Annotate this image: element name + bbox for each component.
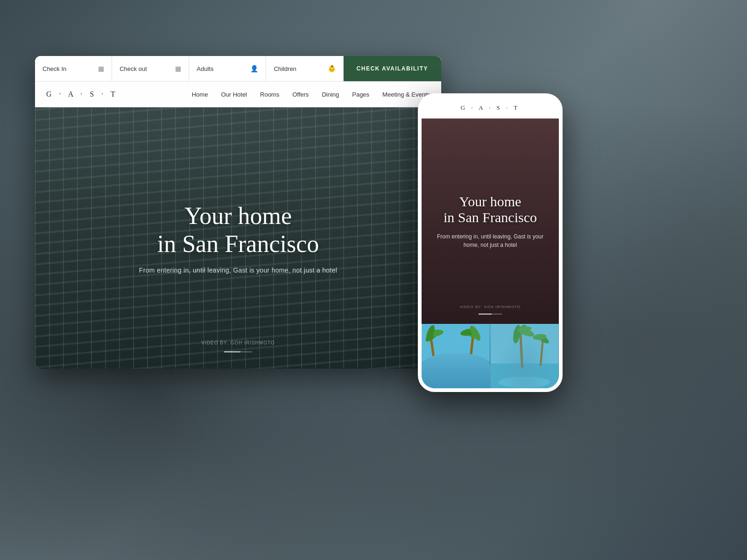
- children-icon: 👶: [328, 65, 336, 73]
- svg-point-15: [511, 324, 528, 342]
- mobile-thumbnails: [422, 324, 559, 392]
- svg-point-20: [536, 332, 550, 345]
- svg-point-17: [512, 324, 522, 344]
- nav-item-rooms[interactable]: Rooms: [260, 90, 279, 98]
- mobile-hero-content: Your home in San Francisco From entering…: [422, 194, 559, 249]
- desktop-hero: Your home in San Francisco From entering…: [35, 107, 441, 369]
- svg-rect-19: [540, 340, 544, 366]
- children-label: Children: [274, 65, 296, 72]
- check-in-field[interactable]: Check In ▦: [35, 56, 112, 81]
- desktop-browser-window: Check In ▦ Check out ▦ Adults 👤 Children…: [35, 56, 441, 369]
- pool-thumbnail-1: [422, 324, 490, 392]
- nav-links: Home Our Hotel Rooms Offers Dining Pages…: [192, 90, 430, 98]
- hero-content: Your home in San Francisco From entering…: [139, 202, 337, 274]
- svg-rect-12: [491, 364, 558, 392]
- svg-point-21: [533, 334, 547, 341]
- pool-svg-1: [422, 324, 490, 392]
- mobile-hero: Your home in San Francisco From entering…: [422, 119, 559, 324]
- nav-item-hotel[interactable]: Our Hotel: [221, 90, 247, 98]
- hero-progress-bar: [224, 351, 252, 352]
- mobile-hero-title: Your home in San Francisco: [431, 194, 550, 226]
- adults-icon: 👤: [250, 65, 258, 73]
- svg-rect-14: [519, 333, 523, 368]
- calendar-icon-2: ▦: [175, 65, 181, 73]
- svg-rect-11: [491, 324, 558, 392]
- hero-subtitle: From entering in, until leaving, Gast is…: [139, 266, 337, 274]
- calendar-icon: ▦: [98, 65, 104, 73]
- booking-bar: Check In ▦ Check out ▦ Adults 👤 Children…: [35, 56, 441, 82]
- mobile-navbar: G · A · S · T: [422, 97, 559, 119]
- pool-thumbnail-2: [490, 324, 559, 392]
- children-field[interactable]: Children 👶: [266, 56, 343, 81]
- mobile-thumb-1: [422, 324, 490, 392]
- svg-point-13: [499, 377, 550, 388]
- check-in-label: Check In: [42, 65, 66, 72]
- mobile-progress-bar: [479, 314, 502, 315]
- check-availability-button[interactable]: CHECK AVAILABILITY: [344, 56, 441, 81]
- mobile-hero-subtitle: From entering in, until leaving, Gast is…: [431, 232, 550, 249]
- pool-svg-2: [490, 324, 559, 392]
- nav-item-dining[interactable]: Dining: [322, 90, 339, 98]
- mobile-progress-fill: [479, 314, 492, 315]
- nav-item-offers[interactable]: Offers: [292, 90, 309, 98]
- mobile-phone-window: G · A · S · T Your home in San Francisco…: [418, 93, 563, 392]
- svg-point-2: [432, 373, 479, 387]
- hero-video-credit: VIDEO BY: GOH IRISHMOTO: [201, 340, 275, 345]
- nav-item-pages[interactable]: Pages: [352, 90, 369, 98]
- adults-field[interactable]: Adults 👤: [189, 56, 266, 81]
- desktop-logo: G · A · S · T: [46, 90, 118, 98]
- nav-item-meeting[interactable]: Meeting & Events: [382, 90, 430, 98]
- desktop-navbar: G · A · S · T Home Our Hotel Rooms Offer…: [35, 82, 441, 107]
- mobile-video-credit: VIDEO BY: GOH IRISHMOTO: [460, 305, 521, 309]
- check-out-label: Check out: [120, 65, 147, 72]
- hero-progress-fill: [224, 351, 240, 352]
- svg-rect-1: [422, 361, 490, 392]
- adults-label: Adults: [197, 65, 213, 72]
- svg-point-16: [513, 325, 532, 336]
- check-out-field[interactable]: Check out ▦: [112, 56, 189, 81]
- hero-title: Your home in San Francisco: [139, 202, 337, 258]
- mobile-logo: G · A · S · T: [461, 104, 520, 112]
- nav-item-home[interactable]: Home: [192, 90, 208, 98]
- svg-point-18: [517, 326, 536, 338]
- mobile-thumb-2: [490, 324, 559, 392]
